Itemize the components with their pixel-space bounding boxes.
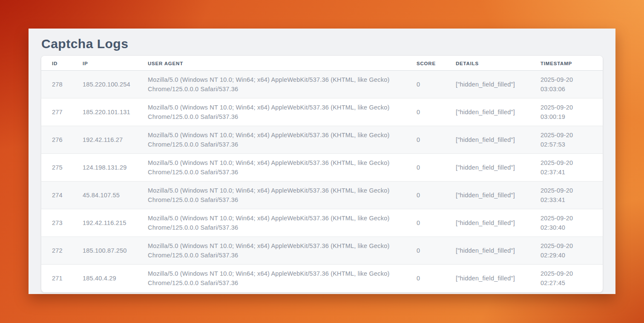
cell-timestamp: 2025-09-20 02:27:45 (540, 265, 603, 292)
cell-details: ["hidden_field_filled"] (456, 265, 540, 292)
cell-timestamp: 2025-09-20 02:29:40 (540, 237, 603, 265)
cell-id: 277 (41, 98, 83, 126)
logs-table-panel[interactable]: ID IP USER AGENT SCORE DETAILS TIMESTAMP… (41, 56, 603, 292)
column-header-timestamp: TIMESTAMP (540, 56, 603, 71)
cell-ip: 124.198.131.29 (83, 154, 148, 182)
table-body: 278 185.220.100.254 Mozilla/5.0 (Windows… (41, 71, 603, 292)
column-header-details: DETAILS (456, 56, 540, 71)
cell-id: 278 (41, 71, 83, 98)
cell-id: 273 (41, 209, 83, 237)
captcha-logs-card: Captcha Logs ID IP USER AGENT SCORE DETA… (29, 29, 615, 294)
cell-ip: 185.100.87.250 (83, 237, 148, 265)
cell-details: ["hidden_field_filled"] (456, 71, 540, 98)
cell-user-agent: Mozilla/5.0 (Windows NT 10.0; Win64; x64… (148, 126, 417, 154)
column-header-ip: IP (83, 56, 148, 71)
table-row: 276 192.42.116.27 Mozilla/5.0 (Windows N… (41, 126, 603, 154)
cell-details: ["hidden_field_filled"] (456, 126, 540, 154)
cell-timestamp: 2025-09-20 02:57:53 (540, 126, 603, 154)
table-row: 271 185.40.4.29 Mozilla/5.0 (Windows NT … (41, 265, 603, 292)
cell-ip: 185.220.101.131 (83, 98, 148, 126)
table-row: 273 192.42.116.215 Mozilla/5.0 (Windows … (41, 209, 603, 237)
table-row: 277 185.220.101.131 Mozilla/5.0 (Windows… (41, 98, 603, 126)
cell-details: ["hidden_field_filled"] (456, 98, 540, 126)
cell-score: 0 (417, 126, 456, 154)
cell-user-agent: Mozilla/5.0 (Windows NT 10.0; Win64; x64… (148, 209, 417, 237)
cell-timestamp: 2025-09-20 03:03:06 (540, 71, 603, 98)
cell-timestamp: 2025-09-20 02:37:41 (540, 154, 603, 182)
cell-score: 0 (417, 154, 456, 182)
cell-id: 271 (41, 265, 83, 292)
cell-details: ["hidden_field_filled"] (456, 237, 540, 265)
cell-score: 0 (417, 182, 456, 209)
page-title: Captcha Logs (41, 35, 603, 52)
cell-details: ["hidden_field_filled"] (456, 182, 540, 209)
cell-ip: 192.42.116.215 (83, 209, 148, 237)
cell-score: 0 (417, 209, 456, 237)
cell-user-agent: Mozilla/5.0 (Windows NT 10.0; Win64; x64… (148, 265, 417, 292)
column-header-id: ID (41, 56, 83, 71)
cell-user-agent: Mozilla/5.0 (Windows NT 10.0; Win64; x64… (148, 182, 417, 209)
table-row: 272 185.100.87.250 Mozilla/5.0 (Windows … (41, 237, 603, 265)
cell-score: 0 (417, 237, 456, 265)
table-header: ID IP USER AGENT SCORE DETAILS TIMESTAMP (41, 56, 603, 71)
table-row: 274 45.84.107.55 Mozilla/5.0 (Windows NT… (41, 182, 603, 209)
cell-id: 276 (41, 126, 83, 154)
cell-score: 0 (417, 71, 456, 98)
cell-id: 274 (41, 182, 83, 209)
cell-details: ["hidden_field_filled"] (456, 154, 540, 182)
cell-user-agent: Mozilla/5.0 (Windows NT 10.0; Win64; x64… (148, 71, 417, 98)
cell-ip: 185.220.100.254 (83, 71, 148, 98)
cell-id: 272 (41, 237, 83, 265)
cell-user-agent: Mozilla/5.0 (Windows NT 10.0; Win64; x64… (148, 154, 417, 182)
table-row: 275 124.198.131.29 Mozilla/5.0 (Windows … (41, 154, 603, 182)
cell-id: 275 (41, 154, 83, 182)
column-header-score: SCORE (417, 56, 456, 71)
cell-ip: 185.40.4.29 (83, 265, 148, 292)
cell-ip: 45.84.107.55 (83, 182, 148, 209)
cell-timestamp: 2025-09-20 03:00:19 (540, 98, 603, 126)
logs-table: ID IP USER AGENT SCORE DETAILS TIMESTAMP… (41, 56, 603, 292)
cell-details: ["hidden_field_filled"] (456, 209, 540, 237)
column-header-user-agent: USER AGENT (148, 56, 417, 71)
cell-score: 0 (417, 265, 456, 292)
cell-user-agent: Mozilla/5.0 (Windows NT 10.0; Win64; x64… (148, 98, 417, 126)
table-header-row: ID IP USER AGENT SCORE DETAILS TIMESTAMP (41, 56, 603, 71)
cell-timestamp: 2025-09-20 02:30:40 (540, 209, 603, 237)
cell-ip: 192.42.116.27 (83, 126, 148, 154)
table-row: 278 185.220.100.254 Mozilla/5.0 (Windows… (41, 71, 603, 98)
cell-timestamp: 2025-09-20 02:33:41 (540, 182, 603, 209)
cell-user-agent: Mozilla/5.0 (Windows NT 10.0; Win64; x64… (148, 237, 417, 265)
cell-score: 0 (417, 98, 456, 126)
